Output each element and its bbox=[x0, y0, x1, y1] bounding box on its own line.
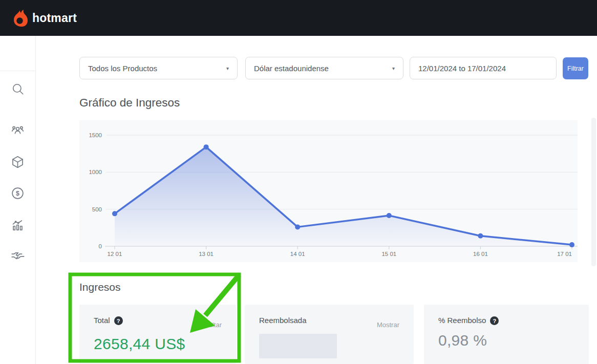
currency-filter-value: Dólar estadounidense bbox=[254, 64, 329, 73]
total-card-label: Total bbox=[94, 316, 110, 325]
hidden-value-placeholder bbox=[259, 334, 337, 358]
svg-text:1000: 1000 bbox=[89, 169, 102, 175]
sidebar-divider bbox=[0, 71, 36, 71]
sidebar-item-reports-icon[interactable] bbox=[11, 218, 25, 232]
mostrar-link[interactable]: Mostrar bbox=[377, 321, 399, 329]
hotmart-logo[interactable]: hotmart bbox=[11, 8, 77, 28]
reembolsada-card-label: Reembolsada bbox=[259, 316, 307, 325]
svg-text:17 01: 17 01 bbox=[557, 251, 572, 257]
reembolso-percent-label: % Reembolso bbox=[438, 316, 486, 325]
chart-section-title: Gráfico de Ingresos bbox=[79, 96, 180, 110]
help-icon[interactable]: ? bbox=[114, 316, 123, 325]
svg-text:16 01: 16 01 bbox=[473, 251, 488, 257]
date-range-value: 12/01/2024 to 17/01/2024 bbox=[418, 64, 506, 73]
summary-title: Ingresos bbox=[79, 281, 121, 293]
svg-text:500: 500 bbox=[92, 206, 102, 212]
brand-text: hotmart bbox=[32, 11, 77, 25]
help-icon[interactable]: ? bbox=[490, 316, 499, 325]
product-filter-select[interactable]: Todos los Productos ▾ bbox=[79, 57, 238, 79]
svg-text:1500: 1500 bbox=[89, 132, 102, 138]
svg-text:14 01: 14 01 bbox=[290, 251, 305, 257]
reembolsada-card: Reembolsada Mostrar bbox=[245, 305, 414, 364]
currency-filter-select[interactable]: Dólar estadounidense ▾ bbox=[245, 57, 403, 79]
total-card: Total ? Ocultar 2658,44 US$ bbox=[79, 305, 236, 364]
total-value: 2658,44 US$ bbox=[94, 335, 222, 353]
flame-icon bbox=[11, 8, 28, 28]
topbar: hotmart bbox=[0, 0, 597, 36]
reembolso-percent-card: % Reembolso ? 0,98 % bbox=[424, 305, 589, 364]
search-icon[interactable] bbox=[11, 82, 25, 96]
svg-text:13 01: 13 01 bbox=[199, 251, 214, 257]
sidebar-item-members-icon[interactable] bbox=[11, 123, 25, 137]
ocultar-link[interactable]: Ocultar bbox=[200, 321, 222, 329]
revenue-chart: 05001000150012 0113 0114 0115 0116 0117 … bbox=[79, 120, 578, 262]
scrollbar[interactable] bbox=[591, 118, 596, 266]
svg-text:15 01: 15 01 bbox=[381, 251, 396, 257]
sidebar: $ ? bbox=[0, 36, 36, 364]
sidebar-item-products-icon[interactable] bbox=[11, 155, 25, 169]
filter-button[interactable]: Filtrar bbox=[563, 57, 588, 79]
reembolso-percent-value: 0,98 % bbox=[438, 332, 574, 349]
svg-text:$: $ bbox=[16, 190, 19, 197]
sidebar-item-sales-icon[interactable]: $ bbox=[11, 186, 25, 200]
sidebar-item-affiliates-icon[interactable] bbox=[11, 248, 25, 263]
product-filter-value: Todos los Productos bbox=[88, 64, 157, 73]
revenue-chart-svg: 05001000150012 0113 0114 0115 0116 0117 … bbox=[79, 120, 578, 262]
chevron-down-icon: ▾ bbox=[226, 66, 229, 71]
svg-text:0: 0 bbox=[99, 243, 102, 249]
chevron-down-icon: ▾ bbox=[392, 66, 395, 71]
date-range-input[interactable]: 12/01/2024 to 17/01/2024 bbox=[410, 57, 557, 79]
svg-text:12 01: 12 01 bbox=[108, 251, 122, 257]
